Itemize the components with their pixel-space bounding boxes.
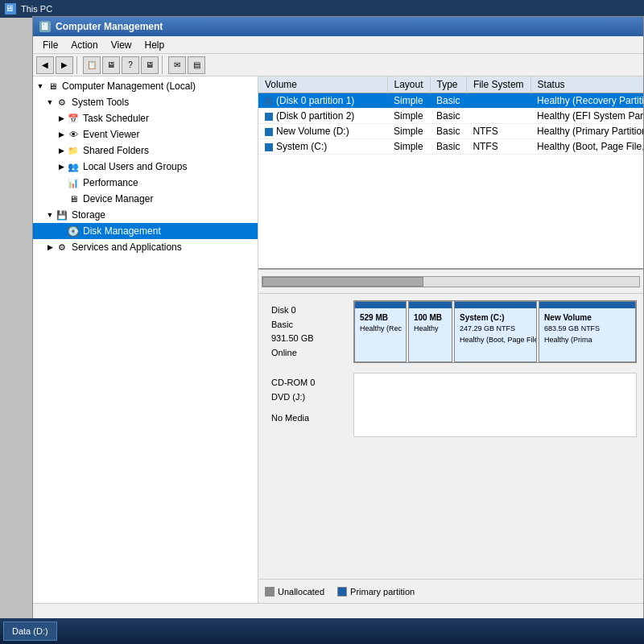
sidebar-item-device-manager[interactable]: 🖥 Device Manager <box>33 191 258 207</box>
sidebar-item-performance[interactable]: 📊 Performance <box>33 175 258 191</box>
device-manager-arrow <box>57 195 65 203</box>
col-layout[interactable]: Layout <box>387 76 430 93</box>
col-volume[interactable]: Volume <box>258 76 387 93</box>
legend-unallocated-box <box>265 587 275 597</box>
cdrom0-visual <box>353 373 637 437</box>
disk0-partc-size: 247.29 GB NTFS <box>460 324 531 335</box>
sidebar-item-system-tools[interactable]: ▼ ⚙ System Tools <box>33 94 258 110</box>
disk0-part2-size: 100 MB <box>414 312 447 324</box>
sidebar-root[interactable]: ▼ 🖥 Computer Management (Local) <box>33 78 258 94</box>
sidebar-item-services[interactable]: ▶ ⚙ Services and Applications <box>33 239 258 255</box>
back-button[interactable]: ◀ <box>36 56 54 74</box>
disk0-part2-header <box>409 302 452 308</box>
menu-file[interactable]: File <box>36 38 64 52</box>
sidebar-item-local-users[interactable]: ▶ 👥 Local Users and Groups <box>33 159 258 175</box>
cdrom0-type: DVD (J:) <box>271 390 347 405</box>
disk-table[interactable]: Volume Layout Type File System <box>258 76 643 270</box>
legend-primary: Primary partition <box>337 587 415 597</box>
storage-label: Storage <box>72 209 105 221</box>
forward-button[interactable]: ▶ <box>56 56 73 74</box>
event-viewer-arrow: ▶ <box>57 130 65 138</box>
sidebar-item-event-viewer[interactable]: ▶ 👁 Event Viewer <box>33 126 258 142</box>
disk-visual-area: Disk 0 Basic 931.50 GB Online 529 MB Hea… <box>258 294 643 579</box>
cell-status-0: Healthy (Recovery Partition) <box>530 93 643 109</box>
legend-primary-label: Primary partition <box>350 587 415 597</box>
menu-help[interactable]: Help <box>138 38 171 52</box>
col-type[interactable]: Type <box>430 76 466 93</box>
task-scheduler-label: Task Scheduler <box>83 113 149 124</box>
status-bar <box>33 603 643 619</box>
taskbar: Data (D:) <box>0 618 644 644</box>
cdrom0-entry: CD-ROM 0 DVD (J:) No Media <box>265 373 637 437</box>
cell-type-3: Basic <box>430 139 466 155</box>
shared-folders-label: Shared Folders <box>83 145 149 156</box>
performance-arrow <box>57 179 65 187</box>
cell-layout-2: Simple <box>387 124 430 139</box>
legend-primary-box <box>337 587 347 597</box>
cdrom0-name: CD-ROM 0 <box>271 376 347 390</box>
cell-layout-0: Simple <box>387 93 430 109</box>
menu-action[interactable]: Action <box>64 38 104 52</box>
col-filesystem[interactable]: File System <box>466 76 530 93</box>
event-viewer-icon: 👁 <box>67 128 80 141</box>
cell-fs-1 <box>466 109 530 124</box>
list-button[interactable]: ▤ <box>188 56 205 74</box>
root-expand-arrow: ▼ <box>36 82 44 90</box>
mail-button[interactable]: ✉ <box>168 56 186 74</box>
cell-status-3: Healthy (Boot, Page File, Crash Dump, <box>530 139 643 155</box>
cell-type-2: Basic <box>430 124 466 139</box>
cell-status-1: Healthy (EFI System Partition) <box>530 109 643 124</box>
task-scheduler-arrow: ▶ <box>57 114 65 122</box>
task-scheduler-icon: 📅 <box>67 112 80 125</box>
display-button[interactable]: 🖥 <box>141 56 159 74</box>
system-tools-label: System Tools <box>72 97 129 108</box>
sidebar-item-disk-management[interactable]: 💽 Disk Management <box>33 223 258 239</box>
disk0-partition1[interactable]: 529 MB Healthy (Rec <box>354 301 407 362</box>
cell-type-1: Basic <box>430 109 466 124</box>
local-users-arrow: ▶ <box>57 163 65 171</box>
sidebar-item-task-scheduler[interactable]: ▶ 📅 Task Scheduler <box>33 110 258 126</box>
window-titlebar: 🖥 Computer Management <box>33 17 643 36</box>
main-content: ▼ 🖥 Computer Management (Local) ▼ ⚙ Syst… <box>33 76 643 603</box>
cell-type-0: Basic <box>430 93 466 109</box>
computer-button[interactable]: 🖥 <box>102 56 120 74</box>
root-label: Computer Management (Local) <box>62 80 196 92</box>
main-window: 🖥 Computer Management File Action View H… <box>32 16 644 620</box>
disk0-partition-d[interactable]: New Volume 683.59 GB NTFS Healthy (Prima <box>539 301 636 362</box>
services-label: Services and Applications <box>72 242 182 253</box>
sidebar-item-storage[interactable]: ▼ 💾 Storage <box>33 207 258 223</box>
cell-fs-3: NTFS <box>466 139 530 155</box>
os-title: This PC <box>21 4 52 14</box>
services-arrow: ▶ <box>46 243 54 251</box>
menu-view[interactable]: View <box>105 38 138 52</box>
storage-icon: 💾 <box>56 208 68 221</box>
sidebar-item-shared-folders[interactable]: ▶ 📁 Shared Folders <box>33 142 258 159</box>
taskbar-item-data[interactable]: Data (D:) <box>3 621 57 641</box>
help-button[interactable]: ? <box>122 56 139 74</box>
legend-unallocated-label: Unallocated <box>278 587 324 597</box>
disk0-partc-label: System (C:) <box>460 312 531 324</box>
copy-button[interactable]: 📋 <box>83 56 101 74</box>
hscrollbar[interactable] <box>262 276 640 287</box>
root-icon: 🖥 <box>46 80 59 93</box>
table-row-3[interactable]: System (C:) Simple Basic NTFS Healthy (B… <box>258 139 643 155</box>
legend-unallocated: Unallocated <box>265 587 324 597</box>
disk0-status: Online <box>271 346 347 361</box>
disk0-partd-label: New Volume <box>544 312 630 324</box>
disk0-partition2[interactable]: 100 MB Healthy <box>408 301 452 362</box>
cdrom0-label: CD-ROM 0 DVD (J:) No Media <box>265 373 353 437</box>
cell-fs-0 <box>466 93 530 109</box>
table-row-2[interactable]: New Volume (D:) Simple Basic NTFS Health… <box>258 124 643 139</box>
disk0-partitions: 529 MB Healthy (Rec 100 MB Healthy <box>353 300 637 363</box>
hscrollbar-thumb[interactable] <box>262 277 423 287</box>
disk0-part1-header <box>355 302 406 308</box>
table-row-0[interactable]: (Disk 0 partition 1) Simple Basic Health… <box>258 93 643 109</box>
disk0-partd-status: Healthy (Prima <box>544 335 630 346</box>
col-status[interactable]: Status <box>530 76 643 93</box>
disk0-partition-c[interactable]: System (C:) 247.29 GB NTFS Healthy (Boot… <box>454 301 537 362</box>
disk0-label: Disk 0 Basic 931.50 GB Online <box>265 300 353 363</box>
cell-volume-3: System (C:) <box>258 139 387 155</box>
table-row-1[interactable]: (Disk 0 partition 2) Simple Basic Health… <box>258 109 643 124</box>
app-title: Computer Management <box>56 21 163 32</box>
services-icon: ⚙ <box>56 241 68 254</box>
